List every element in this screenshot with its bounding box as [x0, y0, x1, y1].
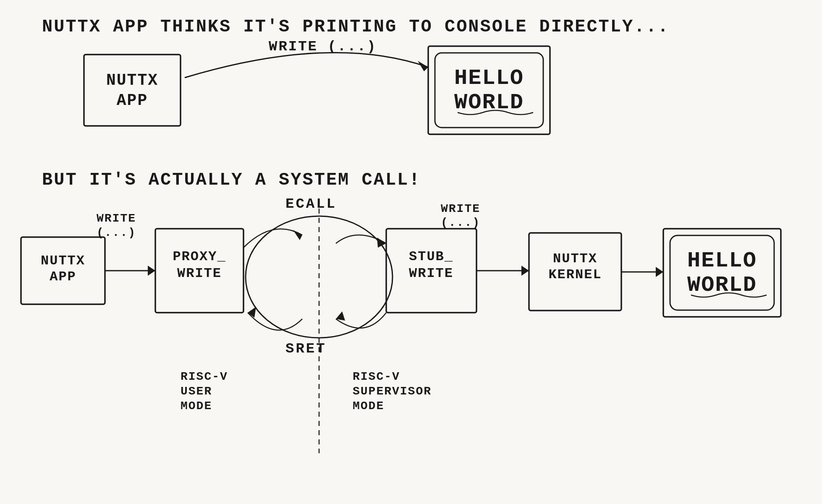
bottom-app-label: APP [50, 269, 76, 285]
stub-write-label1: STUB_ [409, 249, 453, 264]
top-write-label: WRITE (...) [269, 39, 377, 55]
sret-label: SRET [285, 341, 327, 357]
risc-v-user-line1: RISC-V [181, 370, 228, 383]
proxy-write-label2: WRITE [177, 266, 222, 281]
risc-v-sup-line3: MODE [353, 400, 384, 413]
bottom-heading: BUT IT'S ACTUALLY A SYSTEM CALL! [42, 170, 421, 190]
nuttx-kernel-label1: NUTTX [553, 251, 597, 266]
bottom-hello-label: HELLO [687, 248, 757, 273]
nuttx-kernel-label2: KERNEL [548, 267, 602, 282]
risc-v-user-line3: MODE [181, 400, 212, 413]
proxy-write-label1: PROXY_ [173, 249, 226, 264]
top-nuttx-app-label: NUTTX [106, 71, 158, 89]
top-heading: NUTTX APP THINKS IT'S PRINTING TO CONSOL… [42, 17, 670, 37]
diagram-container: NUTTX APP THINKS IT'S PRINTING TO CONSOL… [0, 0, 822, 504]
ecall-label: ECALL [285, 196, 337, 212]
write-right-line2: (...) [441, 216, 480, 229]
write-right-line1: WRITE [441, 202, 480, 215]
risc-v-sup-line1: RISC-V [353, 370, 400, 383]
risc-v-sup-line2: SUPERVISOR [353, 385, 432, 398]
stub-write-label2: WRITE [409, 266, 453, 281]
risc-v-user-line2: USER [181, 385, 212, 398]
write-left-line2: (...) [97, 226, 136, 239]
write-left-line1: WRITE [97, 212, 136, 225]
bottom-nuttx-label: NUTTX [41, 253, 85, 269]
top-hello-label: HELLO [454, 66, 524, 91]
top-app-label: APP [117, 91, 148, 110]
